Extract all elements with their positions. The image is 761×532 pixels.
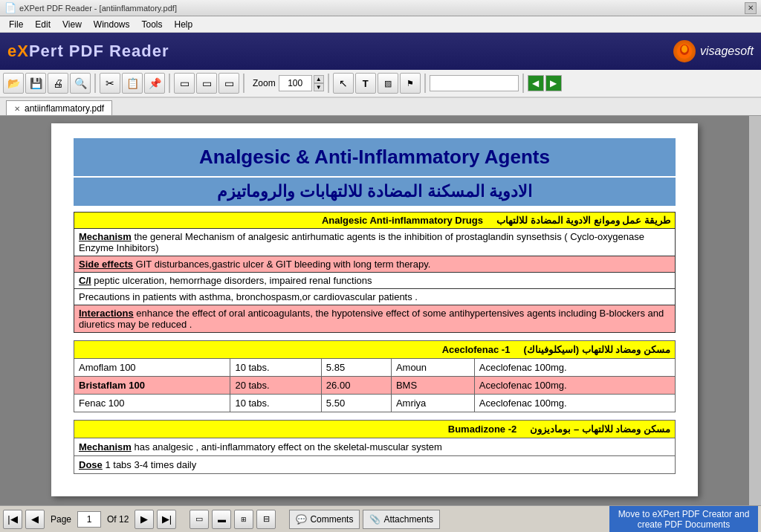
toolbar: 📂 💾 🖨 🔍 ✂ 📋 📌 ▭ ▭ ▭ Zoom ▲ ▼ ↖ T ▨ ⚑ ◀ ▶	[0, 70, 761, 98]
page-label: Page	[51, 514, 71, 525]
status-bar: |◀ ◀ Page Of 12 ▶ ▶| ▭ ▬ ⊞ ⊟ 💬 Comments …	[0, 505, 761, 532]
first-page-button[interactable]: |◀	[3, 510, 22, 529]
pdf-page: Analgesic & Anti-Inflammatory Agents الا…	[51, 123, 698, 496]
title-text: eXPert PDF Reader - [antiinflammatory.pd…	[19, 4, 177, 13]
attachments-label: Attachments	[383, 514, 433, 525]
page-view-1[interactable]: ▭	[174, 73, 195, 94]
select-tool[interactable]: ↖	[333, 73, 354, 94]
close-icon[interactable]: ✕	[14, 105, 20, 113]
comments-icon: 💬	[296, 514, 307, 525]
tab-label: antiinflammatory.pdf	[25, 103, 104, 114]
paste-button[interactable]: 📌	[144, 73, 165, 94]
last-page-button[interactable]: ▶|	[157, 510, 176, 529]
menu-file[interactable]: File	[3, 18, 29, 31]
open-button[interactable]: 📂	[3, 73, 24, 94]
drug1-header-ar: مسكن ومضاد للالتهاب (اسيكلوفيناك)	[524, 344, 671, 355]
prev-nav[interactable]: ◀	[528, 75, 544, 91]
drug1-table: مسكن ومضاد للالتهاب (اسيكلوفيناك) 1- Ace…	[74, 340, 676, 412]
drug2-header-ar: مسكن ومضاد للالتهاب – بوماديزون	[530, 424, 670, 435]
document-tab[interactable]: ✕ antiinflammatory.pdf	[6, 100, 112, 115]
cell-company-1: Amoun	[391, 359, 474, 377]
pdf-viewer[interactable]: Analgesic & Anti-Inflammatory Agents الا…	[0, 116, 749, 505]
menu-windows[interactable]: Windows	[88, 18, 136, 31]
view-single[interactable]: ▭	[190, 510, 209, 529]
drug1-header-en: 1- Aceclofenac	[442, 344, 511, 355]
separator-3	[243, 74, 245, 93]
attachments-icon: 📎	[369, 514, 380, 525]
pdf-title-ar: الادوية المسكنة المضادة للالتهابات والرو…	[74, 178, 676, 206]
cell-price-3: 5.50	[321, 395, 391, 412]
section1-header-en: Analgesic Anti-inflammatory Drugs	[322, 215, 483, 226]
drug2-table: مسكن ومضاد للالتهاب – بوماديزون 2- Bumad…	[74, 420, 676, 474]
menu-tools[interactable]: Tools	[136, 18, 169, 31]
separator-4	[328, 74, 329, 93]
cell-price-1: 5.85	[321, 359, 391, 377]
prev-page-button[interactable]: ◀	[25, 510, 45, 529]
cell-price-2: 26.00	[321, 377, 391, 395]
text-tool[interactable]: T	[355, 73, 376, 94]
table-row: Fenac 100 10 tabs. 5.50 Amriya Aceclofen…	[74, 395, 676, 412]
drug2-dose-label: Dose	[79, 459, 103, 470]
menu-bar: File Edit View Windows Tools Help	[0, 16, 761, 33]
comments-button[interactable]: 💬 Comments	[289, 510, 360, 529]
zoom-down[interactable]: ▼	[314, 83, 324, 91]
drug2-mechanism-text: has analgesic , anti-inflammatory effect…	[134, 441, 442, 452]
cell-name-3: Fenac 100	[74, 395, 230, 412]
zoom-spinner[interactable]: ▲ ▼	[314, 75, 324, 91]
view-double[interactable]: ▬	[212, 510, 231, 529]
print-button[interactable]: 🖨	[48, 73, 68, 94]
cell-name-2: Bristaflam 100	[74, 377, 230, 395]
cut-button[interactable]: ✂	[100, 73, 120, 94]
table-row: Dose 1 tabs 3-4 times daily	[74, 456, 676, 474]
zoom-up[interactable]: ▲	[314, 75, 324, 83]
next-nav[interactable]: ▶	[545, 75, 562, 91]
menu-view[interactable]: View	[56, 18, 88, 31]
next-page-button[interactable]: ▶	[135, 510, 154, 529]
cell-company-2: BMS	[391, 377, 474, 395]
visagesoft-label: visagesoft	[700, 45, 754, 58]
page-view-2[interactable]: ▭	[196, 73, 217, 94]
precautions-text: Precautions in patients with asthma, bro…	[79, 291, 418, 302]
page-view-3[interactable]: ▭	[218, 73, 239, 94]
cell-desc-2: Aceclofenac 100mg.	[474, 377, 675, 395]
page-input[interactable]	[77, 511, 101, 528]
attachments-button[interactable]: 📎 Attachments	[363, 510, 440, 529]
view-thumb[interactable]: ⊞	[234, 510, 253, 529]
zoom-label: Zoom	[253, 78, 276, 88]
table-row: Amoflam 100 10 tabs. 5.85 Amoun Aceclofe…	[74, 359, 676, 377]
search-toolbar-button[interactable]: 🔍	[70, 73, 91, 94]
table-row: Mechanism has analgesic , anti-inflammat…	[74, 438, 676, 456]
view-flow[interactable]: ⊟	[256, 510, 276, 529]
copy-button[interactable]: 📋	[122, 73, 143, 94]
app-logo: eXPert PDF Reader	[7, 42, 169, 61]
menu-help[interactable]: Help	[169, 18, 199, 31]
interactions-label: Interactions	[79, 308, 134, 319]
main-area: Analgesic & Anti-Inflammatory Agents الا…	[0, 116, 761, 505]
drug2-mechanism-label: Mechanism	[79, 441, 132, 452]
separator-6	[522, 74, 524, 93]
zoom-input[interactable]	[279, 75, 312, 91]
separator-5	[424, 74, 426, 93]
cell-desc-1: Aceclofenac 100mg.	[474, 359, 675, 377]
side-effects-label: Side effects	[79, 259, 133, 270]
search-box[interactable]	[430, 75, 519, 91]
drug-info-table: طريقة عمل وموانع الادوية المضادة للالتها…	[74, 212, 676, 333]
window-close-button[interactable]: ✕	[745, 2, 757, 14]
cell-name-1: Amoflam 100	[74, 359, 230, 377]
section1-header-ar: طريقة عمل وموانع الادوية المضادة للالتها…	[496, 215, 670, 226]
drug2-dose-text: 1 tabs 3-4 times daily	[105, 459, 196, 470]
cell-tabs-2: 20 tabs.	[230, 377, 321, 395]
mechanism-text: the general Mechanism of analgesic antir…	[79, 231, 644, 253]
highlight-tool[interactable]: ▨	[378, 73, 398, 94]
interactions-text: enhance the effect of oral anticoagulant…	[79, 308, 664, 330]
app-header: eXPert PDF Reader visagesoft	[0, 33, 761, 70]
visagesoft-branding: visagesoft	[673, 40, 754, 62]
mechanism-label: Mechanism	[79, 231, 132, 242]
comments-label: Comments	[310, 514, 353, 525]
menu-edit[interactable]: Edit	[29, 18, 56, 31]
save-button[interactable]: 💾	[25, 73, 46, 94]
scrollbar[interactable]	[749, 116, 761, 505]
table-row: Bristaflam 100 20 tabs. 26.00 BMS Aceclo…	[74, 377, 676, 395]
stamp-tool[interactable]: ⚑	[400, 73, 421, 94]
promo-text: Move to eXPert PDF Creator and create PD…	[609, 506, 758, 532]
